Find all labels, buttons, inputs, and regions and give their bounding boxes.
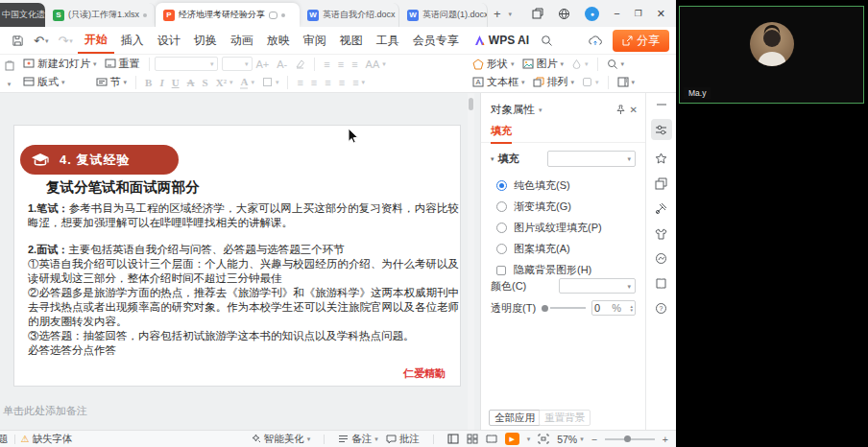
menu-review[interactable]: 审阅 bbox=[297, 28, 333, 53]
menu-home[interactable]: 开始 bbox=[78, 27, 114, 54]
slide-sorter-view-icon[interactable] bbox=[467, 434, 478, 444]
italic-button: I bbox=[156, 77, 167, 88]
section-collapse-icon[interactable]: ▾ bbox=[491, 155, 494, 162]
wps-ai-button[interactable]: WPS AI bbox=[473, 34, 529, 47]
fill-style-select[interactable]: ▾ bbox=[547, 151, 636, 167]
transparency-input[interactable]: 0 % ▴▾ bbox=[591, 300, 636, 316]
color-select[interactable]: ▾ bbox=[559, 278, 636, 294]
search-icon[interactable] bbox=[541, 35, 553, 47]
participant-video-tile[interactable]: Ma.y bbox=[679, 6, 864, 104]
share-button[interactable]: 分享 bbox=[613, 30, 669, 52]
new-tab-button[interactable]: + bbox=[494, 7, 501, 21]
selection-pane-strip-icon[interactable] bbox=[655, 177, 667, 190]
fill-tab[interactable]: 填充 bbox=[491, 124, 512, 144]
menu-tools[interactable]: 工具 bbox=[370, 28, 406, 53]
close-button[interactable]: ✕ bbox=[657, 8, 665, 20]
pin-panel-icon[interactable] bbox=[615, 105, 626, 115]
tab-list-caret-icon[interactable]: ▾ bbox=[509, 11, 513, 17]
panel-title-caret-icon[interactable]: ▾ bbox=[539, 106, 542, 113]
menu-membership[interactable]: 会员专享 bbox=[406, 28, 466, 53]
globe-icon[interactable] bbox=[558, 8, 570, 20]
cloud-upload-icon[interactable] bbox=[588, 35, 603, 47]
tab-document-3-active[interactable]: P 经济地理考研经验分享 bbox=[156, 3, 300, 27]
zoom-out-button[interactable]: − bbox=[591, 434, 597, 445]
tab-document-4[interactable]: W 英语自我介绍.docx bbox=[300, 3, 399, 27]
notes-placeholder[interactable]: 单击此处添加备注 bbox=[3, 404, 87, 418]
menu-view[interactable]: 视图 bbox=[333, 28, 370, 53]
arrange-button[interactable]: 排列▾ bbox=[529, 75, 579, 89]
section-button[interactable]: 节▾ bbox=[92, 75, 132, 89]
slide-subtitle[interactable]: 复试分笔试和面试两部分 bbox=[46, 178, 200, 197]
radio-solid-fill[interactable]: 纯色填充(S) bbox=[496, 178, 636, 193]
account-avatar[interactable]: ● bbox=[585, 7, 599, 21]
fit-to-window-icon[interactable] bbox=[538, 434, 549, 444]
slide-body-text[interactable]: 1.笔试：参考书目为马工程的区域经济学，大家可以网上买这部分的复习资料，内容比较… bbox=[28, 201, 459, 358]
notes-button[interactable]: 备注 ▾ bbox=[338, 433, 378, 446]
window-layout-icon[interactable] bbox=[532, 8, 543, 19]
slide-title-badge[interactable]: 4. 复试经验 bbox=[20, 145, 179, 175]
scrollbar-thumb[interactable] bbox=[469, 98, 473, 110]
missing-font-warning[interactable]: ⚠ 缺失字体 bbox=[21, 433, 73, 446]
paragraph: 必答选答分点作答 bbox=[28, 343, 459, 358]
wps-window: 中国文化遗产概况3 S (只读)工作簿1.xlsx P 经济地理考研经验分享 W… bbox=[0, 0, 676, 447]
guide-book-icon[interactable] bbox=[655, 277, 667, 290]
paragraph: 2.面试：主要包括英语自我介绍与问答、必答题与选答题三个环节 bbox=[28, 243, 459, 257]
tab-document-5[interactable]: W 英语问题(1).docx bbox=[399, 3, 488, 27]
collaboration-bubble-icon bbox=[269, 12, 277, 19]
close-panel-icon[interactable]: ✕ bbox=[630, 105, 638, 115]
save-icon[interactable] bbox=[12, 35, 24, 47]
shapes-button[interactable]: 形状▾ bbox=[469, 57, 518, 71]
menu-insert[interactable]: 插入 bbox=[114, 28, 151, 53]
menu-slideshow[interactable]: 放映 bbox=[260, 28, 297, 53]
smart-beautify-button[interactable]: 智能美化 ▾ bbox=[251, 433, 311, 446]
paste-caret-icon[interactable]: ▾ bbox=[8, 81, 12, 87]
paragraph: ③选答题：抽签回答，内容包括初试旅游学这本书的知识点以及学科热点问题。 bbox=[28, 329, 459, 343]
collapse-sidebar-icon[interactable] bbox=[656, 103, 667, 106]
minimize-button[interactable]: − bbox=[614, 8, 619, 19]
layout-button[interactable]: 版式▾ bbox=[19, 75, 69, 89]
maximize-button[interactable]: ❐ bbox=[635, 9, 642, 18]
paste-icon[interactable] bbox=[5, 60, 14, 71]
play-slideshow-button[interactable]: ▶ bbox=[505, 433, 519, 445]
slide[interactable]: 4. 复试经验 复试分笔试和面试两部分 1.笔试：参考书目为马工程的区域经济学，… bbox=[13, 125, 461, 387]
comments-button[interactable]: 批注 bbox=[386, 433, 420, 446]
statusbar-left-partial: 题 bbox=[0, 433, 9, 446]
properties-icon[interactable] bbox=[651, 119, 672, 140]
reading-view-icon[interactable] bbox=[486, 434, 497, 444]
zoom-in-button[interactable]: + bbox=[663, 434, 668, 445]
reset-slide-button[interactable]: 重置 bbox=[101, 57, 144, 71]
selection-pane-button[interactable]: ▾ bbox=[614, 77, 639, 87]
radio-picture-texture-fill[interactable]: 图片或纹理填充(P) bbox=[496, 221, 636, 235]
zoom-level-select[interactable]: 57% ▾ bbox=[557, 434, 584, 445]
textbox-button[interactable]: A 文本框▾ bbox=[469, 75, 529, 89]
tab-document-1[interactable]: 中国文化遗产概况3 bbox=[0, 3, 45, 27]
normal-view-icon[interactable] bbox=[447, 434, 459, 444]
transparency-slider-track[interactable] bbox=[550, 307, 586, 309]
new-slide-button[interactable]: 新建幻灯片▾ bbox=[19, 57, 101, 71]
transparency-slider-knob[interactable] bbox=[542, 305, 548, 312]
apply-all-button[interactable]: 全部应用 bbox=[489, 410, 541, 426]
radio-gradient-fill[interactable]: 渐变填充(G) bbox=[496, 200, 636, 214]
menu-design[interactable]: 设计 bbox=[151, 28, 187, 53]
caret-down-icon: ▾ bbox=[382, 60, 386, 67]
signature-icon[interactable] bbox=[655, 252, 667, 265]
zoom-slider[interactable] bbox=[605, 438, 655, 440]
undo-caret-icon[interactable]: ▾ bbox=[45, 37, 49, 44]
tab-document-2[interactable]: S (只读)工作簿1.xlsx bbox=[45, 3, 156, 27]
effects-star-icon[interactable] bbox=[655, 153, 667, 165]
zoom-slider-knob[interactable] bbox=[624, 435, 631, 442]
vertical-scrollbar[interactable] bbox=[468, 93, 474, 430]
find-button[interactable]: ▾ bbox=[603, 59, 629, 70]
toolbox-icon[interactable] bbox=[655, 202, 667, 215]
help-icon[interactable]: ? bbox=[655, 302, 667, 315]
spinner-icon[interactable]: ▴▾ bbox=[630, 304, 633, 312]
radio-icon bbox=[496, 244, 507, 254]
play-options-caret-icon[interactable]: ▾ bbox=[527, 435, 531, 442]
menu-animation[interactable]: 动画 bbox=[224, 28, 260, 53]
checkbox-hide-background[interactable]: 隐藏背景图形(H) bbox=[496, 263, 636, 277]
radio-pattern-fill[interactable]: 图案填充(A) bbox=[496, 242, 636, 256]
picture-button[interactable]: 图片▾ bbox=[518, 57, 568, 71]
design-shirt-icon[interactable] bbox=[655, 227, 667, 240]
menu-transition[interactable]: 切换 bbox=[187, 28, 224, 53]
undo-icon[interactable]: ↶▾ bbox=[34, 34, 48, 48]
